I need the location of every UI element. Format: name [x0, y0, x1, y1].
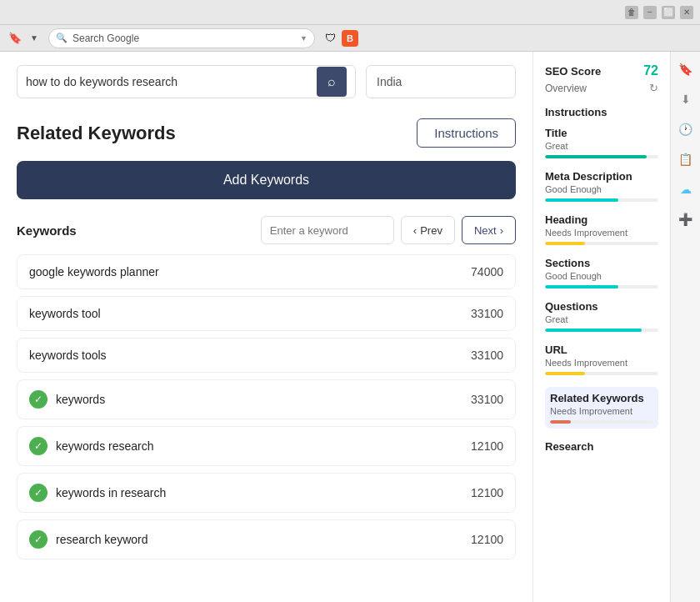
tab-dropdown-icon[interactable]: ▼: [27, 31, 42, 46]
minimize-btn[interactable]: −: [643, 6, 657, 19]
keyword-row-left: google keywords planner: [29, 265, 159, 278]
questions-progress-bar: [545, 329, 658, 332]
shield-extension-icon[interactable]: 🛡: [322, 30, 338, 47]
sidebar-item-meta-status: Good Enough: [545, 184, 658, 194]
tab-bar: 🔖 ▼ 🔍 Search Google ▼ 🛡 B: [0, 25, 700, 52]
keyword-list: google keywords planner 74000 keywords t…: [17, 254, 516, 559]
overview-row: Overview ↻: [545, 82, 658, 94]
keyword-text: keywords tool: [29, 307, 101, 320]
main-search-button[interactable]: ⌕: [317, 67, 347, 97]
title-progress-bar: [545, 155, 658, 158]
chevron-left-icon: ‹: [413, 224, 417, 237]
sidebar-item-title-status: Great: [545, 141, 658, 151]
title-progress-fill: [545, 155, 647, 158]
main-search-input[interactable]: [26, 75, 317, 88]
keyword-volume: 33100: [471, 349, 503, 362]
sidebar-item-sections: Sections: [545, 257, 658, 269]
keywords-header: Keywords ‹ Prev Next ›: [17, 216, 516, 244]
keyword-row: ✓ research keyword 12100: [17, 519, 516, 559]
next-button[interactable]: Next ›: [462, 216, 516, 244]
sections-progress-fill: [545, 285, 618, 288]
keyword-row-left: keywords tool: [29, 307, 101, 320]
check-icon[interactable]: ✓: [29, 530, 48, 549]
questions-progress-fill: [545, 329, 642, 332]
check-icon[interactable]: ✓: [29, 390, 48, 409]
address-bar[interactable]: 🔍 Search Google ▼: [48, 28, 315, 48]
sidebar-item-questions-status: Great: [545, 314, 658, 324]
main-layout: ⌕ India Related Keywords Instructions Ad…: [0, 52, 700, 602]
keyword-volume: 12100: [471, 486, 503, 499]
section-title: Related Keywords: [17, 123, 176, 144]
keyword-row: ✓ keywords 33100: [17, 379, 516, 419]
sidebar-item-heading: Heading: [545, 213, 658, 226]
close-btn[interactable]: ✕: [680, 6, 693, 19]
meta-progress-bar: [545, 198, 658, 202]
sidebar-item-related-keywords-status: Needs Improvement: [550, 406, 653, 416]
search-bar-dropdown-icon[interactable]: ▼: [300, 34, 308, 43]
meta-progress-fill: [545, 198, 618, 202]
restore-btn[interactable]: ⬜: [662, 6, 675, 19]
sidebar-item-title: Title: [545, 127, 658, 139]
sidebar-item-url: URL: [545, 344, 658, 356]
keyword-row: keywords tool 33100: [17, 296, 516, 331]
sidebar-section-meta: Meta Description Good Enough: [545, 170, 658, 202]
keyword-text: keywords: [56, 393, 105, 406]
sidebar-item-meta: Meta Description: [545, 170, 658, 183]
sidebar-item-url-status: Needs Improvement: [545, 358, 658, 368]
clock-right-icon[interactable]: 🕐: [675, 118, 697, 140]
sidebar-section-questions: Questions Great: [545, 300, 658, 332]
sidebar-section-research: Research: [545, 440, 658, 453]
country-select[interactable]: India: [366, 65, 516, 98]
url-progress-fill: [545, 372, 585, 375]
keywords-label: Keywords: [17, 223, 77, 238]
keyword-text: google keywords planner: [29, 265, 159, 278]
check-icon[interactable]: ✓: [29, 437, 48, 455]
url-progress-bar: [545, 372, 658, 375]
sidebar-item-questions: Questions: [545, 300, 658, 313]
check-icon[interactable]: ✓: [29, 484, 48, 502]
brave-extension-icon[interactable]: B: [342, 30, 358, 47]
keyword-row-left: keywords tools: [29, 349, 107, 362]
keyword-text: keywords research: [56, 439, 154, 453]
cloud-right-icon[interactable]: ☁: [675, 178, 697, 200]
instructions-button[interactable]: Instructions: [417, 118, 516, 148]
extension-icons: 🛡 B: [322, 30, 358, 47]
keyword-row: keywords tools 33100: [17, 338, 516, 373]
keyword-text: keywords in research: [56, 486, 166, 499]
trash-btn[interactable]: 🗑: [625, 6, 638, 19]
keyword-filter-input[interactable]: [261, 216, 394, 244]
bookmark-icon[interactable]: 🔖: [7, 30, 23, 47]
keyword-row-left: ✓ keywords in research: [29, 484, 166, 502]
download-right-icon[interactable]: ⬇: [675, 88, 697, 110]
keyword-text: keywords tools: [29, 349, 107, 362]
instructions-sidebar-label: Instructions: [545, 106, 658, 118]
seo-score-row: SEO Score 72: [545, 63, 658, 78]
sidebar-item-research: Research: [545, 440, 658, 453]
content-area: ⌕ India Related Keywords Instructions Ad…: [0, 52, 532, 602]
browser-chrome: 🗑 − ⬜ ✕: [0, 0, 700, 25]
heading-progress-fill: [545, 242, 585, 245]
keyword-volume: 74000: [471, 265, 503, 278]
keyword-row-left: ✓ keywords research: [29, 437, 154, 455]
keyword-row: ✓ keywords research 12100: [17, 426, 516, 466]
refresh-icon[interactable]: ↻: [649, 82, 658, 94]
sidebar-section-title: Title Great: [545, 127, 658, 158]
chevron-right-icon: ›: [500, 224, 503, 237]
search-bar-text: Search Google: [72, 33, 295, 44]
add-keywords-button[interactable]: Add Keywords: [17, 161, 516, 199]
clipboard-right-icon[interactable]: 📋: [675, 148, 697, 170]
sidebar-section-heading: Heading Needs Improvement: [545, 213, 658, 245]
sidebar-item-related-keywords: Related Keywords: [550, 392, 653, 404]
plus-right-icon[interactable]: ➕: [675, 208, 697, 230]
search-icon: 🔍: [56, 33, 68, 43]
section-header: Related Keywords Instructions: [17, 118, 516, 148]
right-icon-bar: 🔖 ⬇ 🕐 📋 ☁ ➕: [670, 52, 700, 602]
keyword-row-left: ✓ keywords: [29, 390, 105, 409]
bookmark-right-icon[interactable]: 🔖: [675, 58, 697, 80]
keyword-volume: 12100: [471, 533, 503, 546]
keyword-text: research keyword: [56, 533, 148, 546]
sidebar-section-url: URL Needs Improvement: [545, 344, 658, 375]
sidebar-section-sections: Sections Good Enough: [545, 257, 658, 288]
prev-button[interactable]: ‹ Prev: [401, 216, 455, 244]
overview-label: Overview: [545, 83, 587, 94]
